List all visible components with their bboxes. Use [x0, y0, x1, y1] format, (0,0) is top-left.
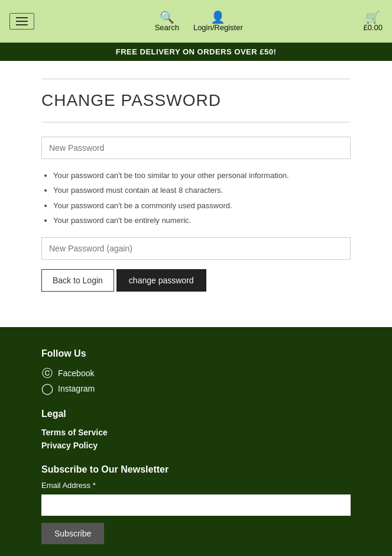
subscribe-button[interactable]: Subscribe — [41, 523, 104, 544]
hint-item: Your password must contain at least 8 ch… — [53, 183, 351, 197]
instagram-icon: ◯ — [41, 383, 53, 395]
header: 🔍 Search 👤 Login/Register 🛒 £0.00 — [0, 0, 392, 43]
new-password-again-group — [41, 237, 351, 260]
facebook-label: Facebook — [58, 368, 94, 378]
footer: Follow Us ⓒ Facebook ◯ Instagram Legal T… — [0, 327, 392, 556]
cart-icon: 🛒 — [365, 11, 380, 23]
footer-newsletter: Subscribe to Our Newsletter Email Addres… — [41, 464, 351, 544]
facebook-link[interactable]: ⓒ Facebook — [41, 367, 351, 379]
new-password-input[interactable] — [41, 137, 351, 159]
title-divider — [41, 122, 351, 122]
main-content: CHANGE PASSWORD Your password can't be t… — [0, 61, 392, 327]
legal-heading: Legal — [41, 409, 351, 419]
newsletter-email-input[interactable] — [41, 494, 351, 516]
cart-nav-item[interactable]: 🛒 £0.00 — [363, 11, 383, 32]
promo-text: FREE DELIVERY ON ORDERS OVER £50! — [116, 47, 277, 56]
hint-item: Your password can't be too similar to yo… — [53, 169, 351, 182]
search-label: Search — [155, 23, 179, 32]
cart-label: £0.00 — [363, 23, 383, 32]
hint-item: Your password can't be a commonly used p… — [53, 199, 351, 212]
newsletter-heading: Subscribe to Our Newsletter — [41, 464, 351, 475]
hamburger-icon — [16, 21, 28, 22]
instagram-link[interactable]: ◯ Instagram — [41, 383, 351, 395]
top-divider — [41, 79, 351, 79]
user-icon: 👤 — [210, 11, 225, 23]
terms-of-service-link[interactable]: Terms of Service — [41, 428, 351, 437]
page-title: CHANGE PASSWORD — [41, 91, 351, 110]
change-password-button[interactable]: change password — [116, 269, 206, 292]
header-nav: 🔍 Search 👤 Login/Register — [155, 11, 243, 32]
new-password-group — [41, 137, 351, 159]
hamburger-icon — [16, 24, 28, 25]
follow-heading: Follow Us — [41, 348, 351, 359]
search-icon: 🔍 — [160, 11, 174, 23]
new-password-again-input[interactable] — [41, 237, 351, 260]
back-to-login-button[interactable]: Back to Login — [41, 269, 114, 292]
privacy-policy-link[interactable]: Privacy Policy — [41, 441, 351, 450]
hamburger-icon — [16, 17, 28, 18]
facebook-icon: ⓒ — [41, 367, 53, 379]
password-hints: Your password can't be too similar to yo… — [53, 169, 351, 228]
promo-banner: FREE DELIVERY ON ORDERS OVER £50! — [0, 43, 392, 61]
button-row: Back to Login change password — [41, 269, 351, 292]
email-label: Email Address * — [41, 481, 351, 490]
hint-item: Your password can't be entirely numeric. — [53, 214, 351, 227]
menu-button[interactable] — [9, 13, 34, 30]
login-nav-item[interactable]: 👤 Login/Register — [193, 11, 243, 32]
search-nav-item[interactable]: 🔍 Search — [155, 11, 179, 32]
instagram-label: Instagram — [58, 384, 95, 393]
footer-social: Follow Us ⓒ Facebook ◯ Instagram — [41, 348, 351, 395]
footer-legal: Legal Terms of Service Privacy Policy — [41, 409, 351, 450]
login-label: Login/Register — [193, 23, 243, 32]
